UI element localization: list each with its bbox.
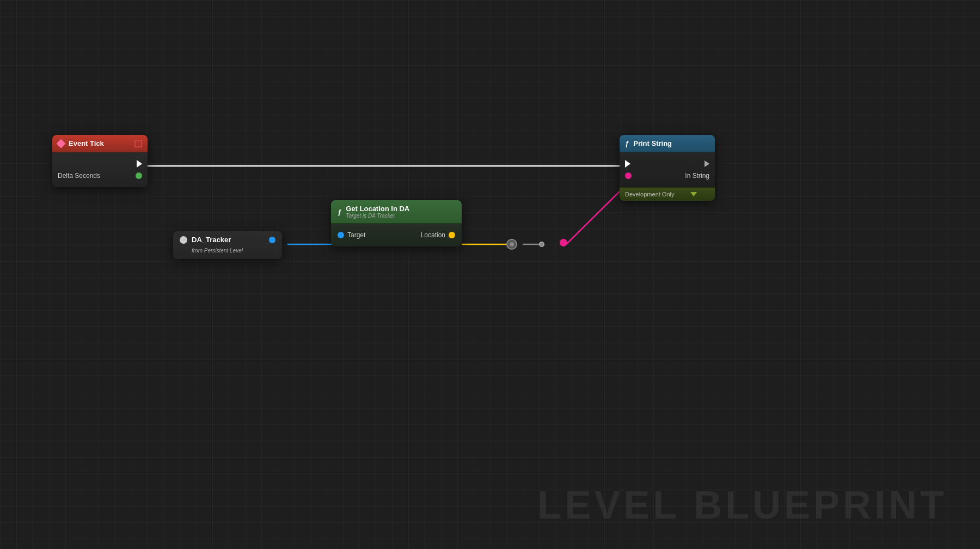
event-tick-body: Delta Seconds bbox=[52, 152, 148, 187]
target-label: Target bbox=[347, 231, 365, 239]
location-label: Location bbox=[421, 231, 445, 239]
exec-out-pin[interactable] bbox=[705, 161, 709, 167]
in-string-label: In String bbox=[685, 172, 709, 180]
exec-out-pin[interactable] bbox=[137, 160, 142, 168]
delta-seconds-label: Delta Seconds bbox=[58, 172, 100, 180]
get-location-node: ƒ Get Location In DA Target is DA Tracke… bbox=[331, 200, 462, 246]
print-string-body: In String bbox=[620, 152, 715, 187]
reroute-inner-1 bbox=[510, 242, 514, 246]
dev-only-section: Development Only bbox=[620, 187, 715, 201]
watermark: LEVEL BLUEPRINT bbox=[537, 483, 947, 527]
delta-seconds-row: Delta Seconds bbox=[58, 170, 142, 182]
target-location-row: Target Location bbox=[338, 229, 455, 241]
get-location-header: ƒ Get Location In DA Target is DA Tracke… bbox=[331, 200, 462, 224]
exec-in-pin[interactable] bbox=[625, 160, 630, 168]
da-tracker-header: DA_Tracker from Persistent Level bbox=[173, 231, 282, 259]
get-location-body: Target Location bbox=[331, 224, 462, 246]
da-tracker-subtitle: from Persistent Level bbox=[192, 248, 243, 254]
connections-svg bbox=[0, 0, 980, 549]
reroute-node-1[interactable] bbox=[506, 239, 517, 250]
get-location-title: Get Location In DA bbox=[346, 205, 409, 213]
target-in-pin[interactable] bbox=[338, 232, 344, 238]
event-tick-header: Event Tick □ bbox=[52, 135, 148, 152]
grid-background bbox=[0, 0, 980, 549]
in-string-row: In String bbox=[625, 170, 709, 182]
dev-only-arrow bbox=[690, 192, 697, 196]
reroute-dot-2 bbox=[536, 239, 547, 250]
dev-only-label: Development Only bbox=[625, 191, 675, 198]
svg-line-4 bbox=[566, 185, 626, 244]
get-location-subtitle: Target is DA Tracker bbox=[346, 213, 409, 219]
event-tick-node: Event Tick □ Delta Seconds bbox=[52, 135, 148, 187]
print-string-header: ƒ Print String bbox=[620, 135, 715, 152]
location-right: Location bbox=[421, 231, 455, 239]
reroute-magenta-pin[interactable] bbox=[560, 239, 567, 246]
print-func-icon: ƒ bbox=[625, 139, 629, 147]
print-string-node: ƒ Print String In String Development Onl… bbox=[620, 135, 715, 201]
print-string-title: Print String bbox=[633, 139, 672, 147]
event-tick-title: Event Tick bbox=[69, 139, 104, 147]
tracker-dot-icon bbox=[180, 236, 187, 244]
exec-out-row bbox=[58, 158, 142, 170]
da-tracker-node: DA_Tracker from Persistent Level bbox=[173, 231, 282, 259]
target-left: Target bbox=[338, 231, 365, 239]
event-tick-close[interactable]: □ bbox=[134, 140, 142, 147]
in-string-pin[interactable] bbox=[625, 172, 632, 179]
da-tracker-title: DA_Tracker bbox=[192, 236, 231, 244]
exec-in-out-row bbox=[625, 158, 709, 170]
da-tracker-out-pin[interactable] bbox=[269, 237, 275, 243]
location-out-pin[interactable] bbox=[449, 232, 455, 238]
function-icon: ƒ bbox=[338, 208, 341, 216]
delta-seconds-pin[interactable] bbox=[136, 172, 142, 179]
event-icon bbox=[57, 139, 66, 148]
